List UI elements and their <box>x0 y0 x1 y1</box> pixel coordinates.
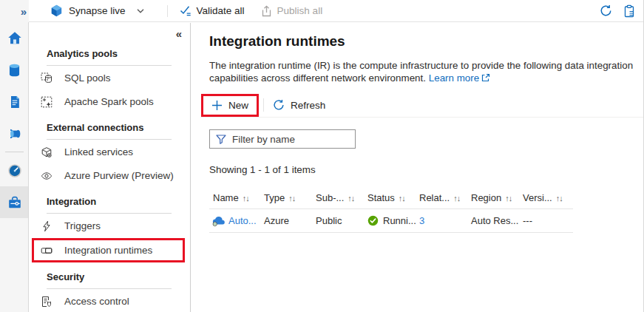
linked-services-icon <box>41 146 52 158</box>
new-button[interactable]: New <box>211 100 248 111</box>
document-icon <box>7 94 22 110</box>
section-header-integration: Integration <box>47 196 172 214</box>
section-header-external-connections: External connections <box>47 122 172 140</box>
cell-name: Auto... <box>209 215 260 227</box>
sidebar-item-apache-spark-pools[interactable]: Apache Spark pools <box>30 90 190 113</box>
external-link-icon <box>481 73 490 82</box>
publish-all-label: Publish all <box>277 5 323 16</box>
nav-develop[interactable] <box>0 86 29 118</box>
eye-icon <box>41 170 52 182</box>
nav-home[interactable] <box>0 22 29 54</box>
sidebar-item-triggers[interactable]: Triggers <box>30 214 190 237</box>
cell-version: --- <box>519 215 573 226</box>
status-running-icon <box>367 215 379 226</box>
nav-manage[interactable] <box>0 186 29 218</box>
column-header-version[interactable]: Versi...↑↓ <box>519 192 573 203</box>
sidebar-item-integration-runtimes[interactable]: Integration runtimes <box>34 240 183 260</box>
sidebar-item-label: Triggers <box>64 220 101 231</box>
branch-selector[interactable]: Synapse live <box>29 4 144 17</box>
column-header-type[interactable]: Type↑↓ <box>260 192 312 203</box>
items-summary: Showing 1 - 1 of 1 items <box>209 164 644 175</box>
refresh-icon <box>600 4 612 17</box>
related-count-link[interactable]: 3 <box>419 215 424 226</box>
cell-subtype: Public <box>312 215 364 226</box>
sidebar-item-linked-services[interactable]: Linked services <box>30 140 190 163</box>
sidebar-item-label: SQL pools <box>64 72 111 84</box>
column-header-region[interactable]: Region↑↓ <box>467 192 519 203</box>
command-divider <box>263 98 264 112</box>
manage-sidebar: « Analytics pools SQL pools Apache Spark… <box>30 23 191 312</box>
chevron-down-icon <box>137 9 144 13</box>
filter-field <box>209 129 356 149</box>
double-chevron-right-icon: » <box>21 5 27 18</box>
sort-icon: ↑↓ <box>243 194 249 203</box>
lightning-icon <box>41 220 52 232</box>
expand-nav-button[interactable]: » <box>0 0 29 22</box>
command-bar: New Refresh <box>200 93 644 118</box>
description-text: The integration runtime (IR) is the comp… <box>209 60 633 84</box>
sort-icon: ↑↓ <box>556 194 563 203</box>
access-control-icon <box>41 296 52 308</box>
synapse-studio-window: » <box>0 0 644 312</box>
cell-status: Runni... <box>364 215 416 226</box>
filter-input[interactable] <box>232 134 363 145</box>
refresh-page-button[interactable] <box>600 4 612 17</box>
nav-monitor[interactable] <box>0 155 29 186</box>
sidebar-item-label: Access control <box>64 296 129 307</box>
integration-runtimes-table: Name↑↓ Type↑↓ Sub-...↑↓ Status↑↓ Relat..… <box>209 187 573 233</box>
azure-ir-cloud-icon <box>211 215 226 227</box>
branch-label: Synapse live <box>69 5 126 16</box>
column-header-status[interactable]: Status↑↓ <box>364 192 416 203</box>
integration-runtimes-icon <box>41 245 52 257</box>
cell-type: Azure <box>260 215 312 226</box>
publish-upload-icon <box>261 5 272 17</box>
sort-icon: ↑↓ <box>399 194 405 203</box>
nav-integrate[interactable] <box>0 118 29 149</box>
page-title: Integration runtimes <box>209 33 644 50</box>
pipeline-icon <box>7 126 23 142</box>
sidebar-item-sql-pools[interactable]: SQL pools <box>30 67 190 89</box>
cell-related: 3 <box>416 215 467 226</box>
rail-items <box>0 22 29 218</box>
validate-all-label: Validate all <box>197 5 245 16</box>
sort-icon: ↑↓ <box>453 194 460 203</box>
sidebar-item-label: Azure Purview (Preview) <box>64 170 174 181</box>
filter-funnel-icon <box>216 135 226 144</box>
validate-all-button[interactable]: Validate all <box>180 5 245 16</box>
annotation-box-integration-runtimes: Integration runtimes <box>32 238 185 262</box>
status-text: Runni... <box>383 215 416 226</box>
runtime-name-link[interactable]: Auto... <box>228 215 257 226</box>
clipboard-icon <box>623 4 635 18</box>
annotation-box-new: New <box>201 94 259 117</box>
refresh-button-label: Refresh <box>291 100 325 111</box>
gauge-icon <box>7 163 23 179</box>
sidebar-item-access-control[interactable]: Access control <box>30 290 190 312</box>
column-header-subtype[interactable]: Sub-...↑↓ <box>312 192 364 203</box>
learn-more-link[interactable]: Learn more <box>429 72 490 84</box>
section-header-analytics-pools: Analytics pools <box>47 48 172 66</box>
column-header-name[interactable]: Name↑↓ <box>209 192 260 203</box>
refresh-button[interactable]: Refresh <box>273 99 325 111</box>
sidebar-item-label: Integration runtimes <box>64 245 152 256</box>
sort-icon: ↑↓ <box>288 194 295 203</box>
top-command-bar: Synapse live Validate all Publish all <box>29 0 643 22</box>
main-content: Integration runtimes The integration run… <box>191 23 644 312</box>
cell-region: Auto Res... <box>467 215 519 226</box>
table-row[interactable]: Auto... Azure Public Runni... 3 Auto Res… <box>209 209 573 233</box>
refresh-icon <box>273 99 285 111</box>
new-button-label: New <box>228 100 248 111</box>
sidebar-item-label: Apache Spark pools <box>64 96 154 107</box>
sql-pools-icon <box>41 72 52 84</box>
left-nav-rail: » <box>0 0 29 312</box>
table-header-row: Name↑↓ Type↑↓ Sub-...↑↓ Status↑↓ Relat..… <box>209 187 573 209</box>
collapse-sidebar-button[interactable]: « <box>30 23 190 39</box>
sidebar-item-azure-purview[interactable]: Azure Purview (Preview) <box>30 164 190 187</box>
topbar-divider <box>167 5 168 17</box>
column-header-related[interactable]: Relat...↑↓ <box>416 192 467 203</box>
section-header-security: Security <box>47 271 172 289</box>
home-icon <box>7 30 23 47</box>
publish-all-button[interactable]: Publish all <box>261 5 323 17</box>
nav-data[interactable] <box>0 54 29 86</box>
task-list-button[interactable] <box>623 4 635 18</box>
plus-icon <box>211 100 223 111</box>
